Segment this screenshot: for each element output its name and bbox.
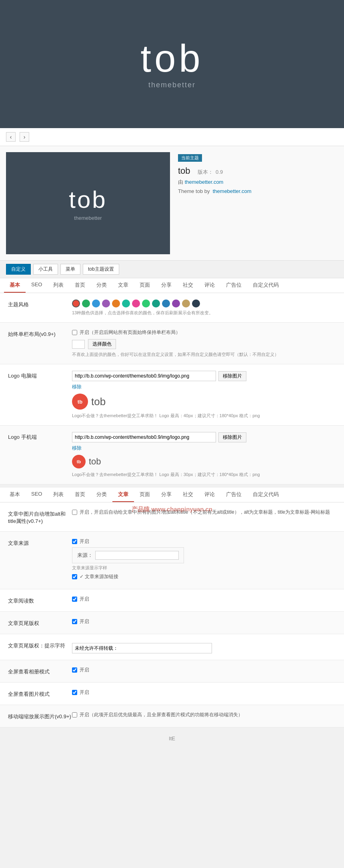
tab-item-广告位[interactable]: 广告位: [220, 278, 247, 293]
tab-item-首页[interactable]: 首页: [69, 278, 91, 293]
thumbnail-subtitle: themebetter: [74, 215, 102, 221]
tab2-item-文章[interactable]: 文章: [112, 488, 134, 502]
active-badge: 当前主题: [178, 154, 202, 162]
color-swatches: [72, 299, 336, 307]
logo-mobile-remove-btn[interactable]: 移除图片: [218, 432, 246, 442]
menu-button[interactable]: 菜单: [60, 264, 80, 275]
version-label: 版本：: [198, 169, 213, 175]
color-swatch-4[interactable]: [112, 299, 120, 307]
footer-copyright-row: 文章页尾版权 开启: [0, 612, 344, 634]
tab-item-社交[interactable]: 社交: [177, 278, 199, 293]
tab2-item-首页[interactable]: 首页: [69, 488, 91, 502]
tab-item-分享[interactable]: 分享: [156, 278, 177, 293]
color-swatch-5[interactable]: [122, 299, 130, 307]
theme-author: 由 themebetter.com: [178, 179, 338, 186]
theme-info: 当前主题 tob 版本： 0.9 由 themebetter.com Theme…: [178, 152, 338, 254]
logo-pc-circle: tb: [72, 394, 88, 410]
tab-item-页面[interactable]: 页面: [134, 278, 156, 293]
color-swatch-1[interactable]: [82, 299, 90, 307]
color-swatch-11[interactable]: [182, 299, 190, 307]
source-field-label: 来源：: [77, 552, 93, 559]
color-swatch-10[interactable]: [172, 299, 180, 307]
footer-copyright-content: 开启: [72, 618, 336, 627]
read-count-row: 文章阅读数 开启: [0, 589, 344, 612]
tab2-item-自定义代码[interactable]: 自定义代码: [247, 488, 284, 502]
tab-item-分类[interactable]: 分类: [91, 278, 112, 293]
tab2-item-SEO[interactable]: SEO: [26, 488, 48, 502]
source-hint: 文章来源显示字样: [72, 565, 336, 571]
tab2-item-评论[interactable]: 评论: [199, 488, 220, 502]
source-checkbox[interactable]: [72, 539, 77, 544]
settings-area: 主题风格 13种颜色供选择，点击选择你喜欢的颜色，保存后刷新展示会有所改变。 始…: [0, 293, 344, 484]
color-swatch-12[interactable]: [192, 299, 200, 307]
read-count-checkbox-row: 开启: [72, 596, 336, 603]
fullscreen-related-checkbox[interactable]: [72, 667, 77, 673]
copyright-notice-input[interactable]: [72, 643, 212, 653]
copyright-notice-content: [72, 641, 336, 653]
fullscreen-related-content: 开启: [72, 667, 336, 676]
theme-style-row: 主题风格 13种颜色供选择，点击选择你喜欢的颜色，保存后刷新展示会有所改变。: [0, 293, 344, 323]
read-count-checkbox-label: 开启: [80, 596, 89, 603]
color-swatch-2[interactable]: [92, 299, 100, 307]
color-swatch-3[interactable]: [102, 299, 110, 307]
color-picker-btn[interactable]: 选择颜色: [88, 339, 116, 349]
fullscreen-image-checkbox-row: 开启: [72, 689, 336, 696]
logo-pc-content: 移除图片 移除 tb tob Logo不会做？去themebetter提交工单求…: [72, 371, 336, 419]
color-swatch-7[interactable]: [142, 299, 150, 307]
theme-style-label: 主题风格: [8, 299, 72, 308]
tab2-item-广告位[interactable]: 广告位: [220, 488, 247, 502]
tab-item-基本[interactable]: 基本: [4, 278, 26, 293]
logo-mobile-move-link[interactable]: 移除: [72, 445, 336, 452]
logo-pc-remove-btn[interactable]: 移除图片: [218, 371, 246, 381]
hero-title: tob: [140, 39, 203, 78]
fullscreen-related-row: 全屏查看相册模式 开启: [0, 660, 344, 683]
theme-name: tob 版本： 0.9: [178, 166, 338, 176]
logo-pc-input-row: 移除图片: [72, 371, 336, 381]
tab-item-评论[interactable]: 评论: [199, 278, 220, 293]
tab2-item-分享[interactable]: 分享: [156, 488, 177, 502]
logo-mobile-content: 移除图片 移除 tb tob Logo不会做？去themebetter提交工单求…: [72, 432, 336, 478]
color-picker-row: 选择颜色: [72, 339, 336, 349]
source-link-checkbox[interactable]: [72, 574, 77, 579]
footer-copyright-label: 文章页尾版权: [8, 618, 72, 627]
read-count-checkbox[interactable]: [72, 597, 77, 602]
logo-mobile-text: tob: [89, 456, 101, 467]
desc-link[interactable]: themebetter.com: [213, 188, 252, 194]
tab-item-SEO[interactable]: SEO: [26, 278, 48, 293]
color-swatch-6[interactable]: [132, 299, 140, 307]
color-swatch-9[interactable]: [162, 299, 170, 307]
source-input[interactable]: [95, 551, 179, 560]
color-box[interactable]: [72, 340, 85, 349]
tools-button[interactable]: 小工具: [33, 264, 58, 275]
tab-item-文章[interactable]: 文章: [112, 278, 134, 293]
customize-button[interactable]: 自定义: [6, 264, 31, 275]
color-swatch-8[interactable]: [152, 299, 160, 307]
back-arrow[interactable]: ‹: [6, 132, 16, 142]
layout-checkbox[interactable]: [72, 330, 77, 335]
layout-checkbox-label: 开启（开启后网站所有页面始终保持单栏布局）: [80, 329, 180, 336]
author-link[interactable]: themebetter.com: [185, 179, 224, 185]
layout-row: 始终单栏布局(v0.9+) 开启（开启后网站所有页面始终保持单栏布局） 选择颜色…: [0, 323, 344, 364]
logo-pc-move-link[interactable]: 移除: [72, 384, 336, 390]
logo-pc-input[interactable]: [72, 371, 216, 381]
source-box: 来源：: [72, 547, 184, 563]
version-value: 0.9: [216, 169, 223, 175]
fullscreen-image-checkbox[interactable]: [72, 690, 77, 695]
settings-button[interactable]: tob主题设置: [83, 264, 119, 275]
tab2-item-分类[interactable]: 分类: [91, 488, 112, 502]
hero-subtitle: themebetter: [148, 81, 196, 89]
tab2-item-社交[interactable]: 社交: [177, 488, 199, 502]
footer-copyright-checkbox[interactable]: [72, 619, 77, 624]
mobile-zoom-checkbox[interactable]: [72, 712, 77, 717]
alt-title-checkbox[interactable]: [72, 510, 77, 515]
tab-item-自定义代码[interactable]: 自定义代码: [247, 278, 284, 293]
source-checkbox-row: 开启: [72, 538, 336, 545]
tab2-item-基本[interactable]: 基本: [4, 488, 26, 502]
forward-arrow[interactable]: ›: [20, 132, 29, 142]
tab2-item-列表[interactable]: 列表: [48, 488, 69, 502]
color-swatch-0[interactable]: [72, 299, 80, 307]
logo-mobile-input-row: 移除图片: [72, 432, 336, 442]
logo-mobile-input[interactable]: [72, 432, 216, 442]
tab-item-列表[interactable]: 列表: [48, 278, 69, 293]
tab2-item-页面[interactable]: 页面: [134, 488, 156, 502]
